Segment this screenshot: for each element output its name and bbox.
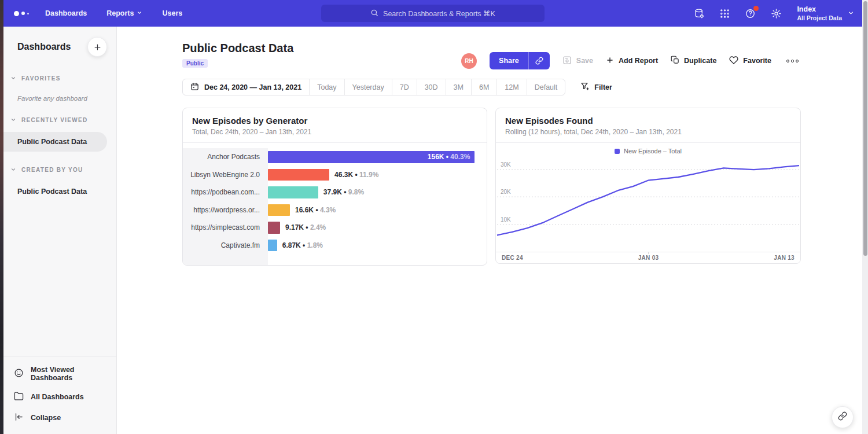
date-preset-30d[interactable]: 30D — [417, 79, 446, 95]
folder-icon — [14, 391, 24, 403]
bar-row[interactable]: https://simplecast.com9.17K • 2.4% — [183, 219, 487, 237]
bar[interactable] — [268, 169, 329, 181]
apps-grid-icon[interactable] — [720, 9, 730, 19]
date-range-picker[interactable]: Dec 24, 2020 — Jan 13, 2021 — [183, 79, 310, 95]
report-subtitle: Total, Dec 24th, 2020 – Jan 13th, 2021 — [192, 128, 477, 136]
nav-item-reports[interactable]: Reports — [106, 9, 142, 17]
x-axis: DEC 24 JAN 03 JAN 13 — [496, 252, 800, 263]
search-placeholder: Search Dashboards & Reports ⌘K — [383, 9, 495, 18]
share-button[interactable]: Share — [490, 52, 550, 69]
report-card-new-episodes-by-generator[interactable]: New Episodes by Generator Total, Dec 24t… — [182, 108, 487, 266]
project-scope: All Project Data — [797, 14, 842, 21]
most-viewed-dashboards-button[interactable]: Most Viewed Dashboards — [3, 361, 116, 387]
settings-gear-icon[interactable] — [771, 8, 782, 19]
sidebar-item-public-podcast-data-recent[interactable]: Public Podcast Data — [3, 132, 107, 152]
avatar[interactable]: RH — [461, 53, 477, 69]
y-tick-label: 20K — [501, 189, 511, 195]
project-switcher[interactable]: Index All Project Data — [797, 5, 854, 21]
bar-row[interactable]: Libsyn WebEngine 2.046.3K • 11.9% — [183, 166, 487, 184]
bar[interactable] — [268, 204, 290, 216]
bar-category-label: https://podbean.com... — [183, 183, 268, 201]
more-options-button[interactable] — [784, 57, 801, 65]
search-icon — [370, 9, 378, 19]
sidebar-item-public-podcast-data-created[interactable]: Public Podcast Data — [3, 182, 116, 201]
bar-row[interactable]: Anchor Podcasts156K • 40.3% — [183, 148, 487, 166]
sidebar-title: Dashboards — [17, 42, 71, 52]
visibility-badge: Public — [182, 59, 208, 68]
app-logo[interactable] — [14, 11, 29, 16]
notification-badge — [753, 6, 759, 11]
legend-label: New Episode – Total — [624, 148, 682, 155]
help-icon[interactable] — [745, 8, 756, 19]
x-tick-start: DEC 24 — [502, 255, 523, 261]
smiley-icon — [14, 368, 24, 380]
favorites-empty-note: Favorite any dashboard — [3, 83, 116, 102]
date-preset-today[interactable]: Today — [310, 79, 344, 95]
chevron-down-icon — [10, 164, 16, 175]
add-dashboard-button[interactable] — [87, 37, 107, 57]
filter-button[interactable]: Filter — [580, 82, 612, 93]
bar-value-label: 46.3K • 11.9% — [334, 171, 378, 179]
bar[interactable] — [268, 222, 280, 234]
project-name: Index — [797, 5, 842, 14]
report-card-new-episodes-found[interactable]: New Episodes Found Rolling (12 hours), t… — [495, 108, 801, 264]
data-source-icon[interactable] — [694, 8, 705, 19]
heart-icon — [729, 56, 738, 67]
date-preset-12m[interactable]: 12M — [497, 79, 527, 95]
date-preset-7d[interactable]: 7D — [392, 79, 417, 95]
nav-item-users[interactable]: Users — [162, 9, 182, 17]
copy-icon — [671, 56, 679, 66]
line-series-new-episode-total — [497, 165, 799, 235]
line-chart-svg: 10K20K30K — [497, 156, 799, 252]
section-recently-viewed[interactable]: RECENTLY VIEWED — [3, 102, 116, 125]
bar-category-label: https://simplecast.com — [183, 219, 268, 237]
chevron-down-icon — [10, 115, 16, 125]
bar-value-label: 9.17K • 2.4% — [285, 223, 326, 231]
calendar-icon — [190, 82, 199, 93]
bar[interactable]: 156K • 40.3% — [268, 151, 475, 163]
bar-value-label: 37.9K • 9.8% — [323, 188, 364, 196]
legend-swatch — [615, 149, 620, 154]
bar-row[interactable]: Captivate.fm6.87K • 1.8% — [183, 237, 487, 255]
save-button[interactable]: Save — [562, 56, 593, 67]
nav-item-dashboards[interactable]: Dashboards — [45, 9, 87, 17]
favorite-button[interactable]: Favorite — [729, 56, 771, 67]
save-icon — [562, 56, 572, 67]
bar[interactable] — [268, 186, 318, 198]
page-scrollbar[interactable] — [862, 0, 868, 434]
main-content: Public Podcast Data Public RH Share Save… — [117, 27, 862, 434]
bar-category-label: Captivate.fm — [183, 237, 268, 255]
x-tick-mid: JAN 03 — [638, 255, 659, 261]
horizontal-bar-chart: Anchor Podcasts156K • 40.3%Libsyn WebEng… — [183, 143, 487, 265]
y-tick-label: 30K — [501, 161, 511, 168]
scrollbar-thumb[interactable] — [863, 1, 867, 256]
date-preset-6m[interactable]: 6M — [472, 79, 497, 95]
plus-icon — [606, 56, 614, 66]
bar-row[interactable]: https://podbean.com...37.9K • 9.8% — [183, 183, 487, 201]
bar-category-label: https://wordpress.or... — [183, 201, 268, 219]
date-preset-default[interactable]: Default — [527, 79, 565, 95]
share-link-icon[interactable] — [528, 52, 550, 69]
date-preset-yesterday[interactable]: Yesterday — [345, 79, 392, 95]
section-created-by-you[interactable]: CREATED BY YOU — [3, 152, 116, 175]
x-tick-end: JAN 13 — [774, 255, 795, 261]
add-report-button[interactable]: Add Report — [606, 56, 658, 66]
section-favorites[interactable]: FAVORITES — [3, 60, 116, 83]
search-input[interactable]: Search Dashboards & Reports ⌘K — [321, 5, 545, 22]
bar-category-label: Libsyn WebEngine 2.0 — [183, 166, 268, 184]
report-subtitle: Rolling (12 hours), total, Dec 24th, 202… — [505, 128, 791, 136]
bar-value-label: 16.6K • 4.3% — [295, 206, 336, 214]
chevron-down-icon — [137, 9, 142, 17]
chevron-down-icon — [848, 8, 854, 19]
bar-row[interactable]: https://wordpress.or...16.6K • 4.3% — [183, 201, 487, 219]
top-nav: Dashboards Reports Users Search Dashboar… — [3, 0, 862, 27]
floating-link-button[interactable] — [832, 406, 854, 428]
link-icon — [838, 411, 847, 423]
bar-value-label: 6.87K • 1.8% — [282, 241, 323, 249]
collapse-icon — [14, 412, 24, 424]
collapse-sidebar-button[interactable]: Collapse — [3, 407, 116, 428]
date-preset-3m[interactable]: 3M — [446, 79, 472, 95]
bar[interactable] — [268, 240, 277, 252]
all-dashboards-button[interactable]: All Dashboards — [3, 387, 116, 407]
duplicate-button[interactable]: Duplicate — [671, 56, 716, 66]
